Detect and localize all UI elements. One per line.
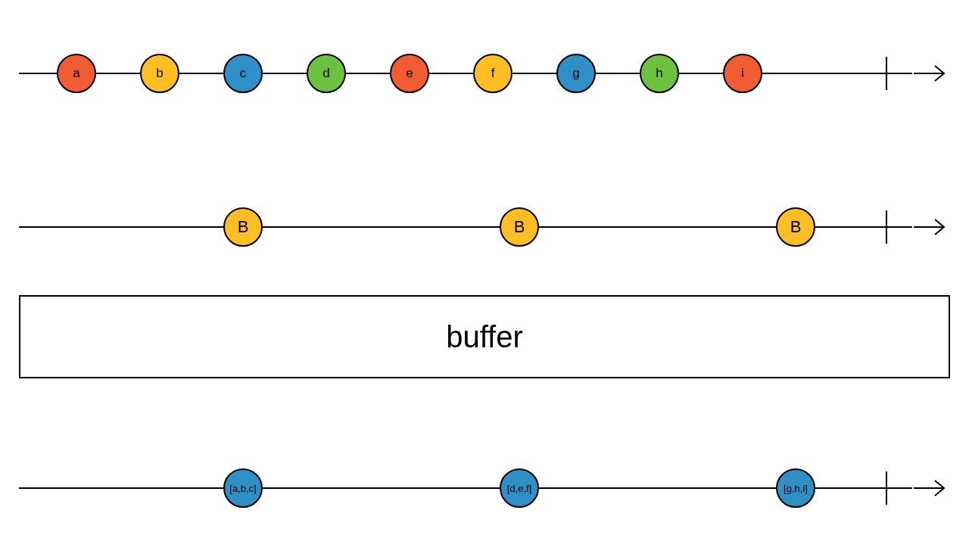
marble-label: d [322,66,329,81]
marble-label: b [156,66,163,81]
marble-label: h [656,66,662,81]
marble-i: i [723,54,762,93]
operator-label: buffer [446,320,523,354]
marble-B: B [776,207,815,247]
operator-box: buffer [19,295,950,378]
marble-label: [d,e,f] [507,483,532,494]
marble-c: c [223,54,263,93]
marble-a: a [57,54,96,93]
marble-label: [g,h,i] [784,483,808,494]
marble-abc: [a,b,c] [223,468,263,508]
marble-h: h [640,54,679,93]
marble-g: g [556,54,596,93]
marble-label: e [406,66,413,81]
boundary-timeline: BBB [19,204,950,250]
marble-label: B [790,217,802,237]
marble-label: B [238,217,249,237]
arrow-right-icon [914,478,950,499]
marble-B: B [223,207,263,247]
marble-b: b [140,54,179,93]
marble-ghi: [g,h,i] [776,468,815,508]
marble-label: a [73,66,79,81]
marble-label: c [240,66,247,81]
arrow-right-icon [914,63,950,84]
marble-label: [a,b,c] [229,483,256,494]
marble-label: i [741,66,744,81]
complete-tick [886,471,887,505]
output-timeline: [a,b,c][d,e,f][g,h,i] [19,465,950,511]
marble-e: e [390,54,429,93]
marble-def: [d,e,f] [500,468,539,508]
marble-label: g [572,66,579,81]
complete-tick [886,210,887,244]
marble-label: f [491,66,495,81]
marble-label: B [514,217,525,237]
complete-tick [886,57,887,90]
marble-f: f [473,54,513,93]
input-timeline: abcdefghi [19,51,950,96]
arrow-right-icon [914,216,950,238]
marble-B: B [500,207,539,247]
marble-d: d [307,54,346,93]
